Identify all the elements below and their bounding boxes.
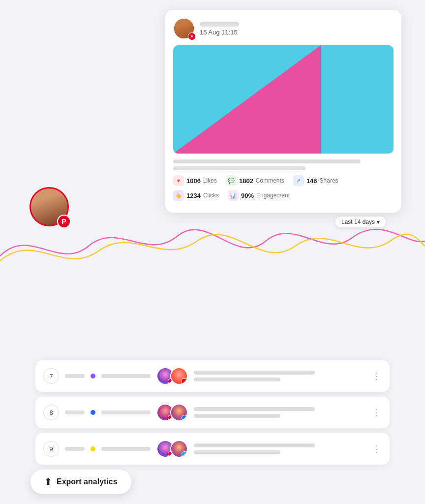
comments-count: 1802 (239, 177, 253, 185)
post-avatar-wrap: P (173, 18, 195, 39)
stat-shares: ↗ 146 Shares (293, 175, 338, 186)
export-analytics-button[interactable]: ⬆ Export analytics (30, 470, 131, 494)
date-badge-label: Last 14 days (341, 219, 375, 225)
post-image-bg (173, 45, 394, 154)
comments-icon: 💬 (226, 175, 237, 186)
row-placeholder-8b (101, 410, 151, 414)
row-number-9: 9 (43, 441, 59, 457)
twitter-social-icon-9b (182, 451, 187, 457)
text-line-2 (173, 166, 305, 170)
post-card: P 15 Aug 11:15 ♥ 1006 Likes 💬 (165, 10, 401, 213)
text-line-1 (173, 159, 361, 163)
likes-count: 1006 (186, 177, 201, 185)
shares-label: Shares (320, 177, 338, 184)
stat-clicks: 👆 1234 Clicks (173, 190, 219, 201)
likes-icon: ♥ (173, 175, 184, 186)
post-pinterest-badge: P (188, 32, 196, 40)
left-pinterest-badge: P (57, 215, 71, 228)
chevron-down-icon: ▾ (377, 219, 380, 225)
row-placeholder-9a (65, 447, 85, 451)
row-avatar-7b (170, 367, 188, 385)
post-text-lines (173, 159, 394, 170)
list-item: 8 ⋮ (35, 397, 390, 428)
engagement-label: Engagement (256, 192, 290, 199)
row-placeholder-7a (65, 374, 85, 378)
post-image-triangle (173, 45, 321, 154)
row-text-7a (194, 371, 315, 375)
clicks-count: 1234 (186, 192, 201, 199)
row-text-7b (194, 378, 280, 381)
row-content-7 (194, 371, 366, 381)
list-item: 7 ⋮ (35, 360, 390, 392)
likes-label: Likes (203, 177, 217, 184)
stat-engagement: 📊 90% Engagement (228, 190, 290, 201)
main-container: P 15 Aug 11:15 ♥ 1006 Likes 💬 (0, 0, 425, 504)
youtube-social-icon-7b (182, 378, 187, 384)
row-dot-7 (91, 374, 95, 378)
post-time: 15 Aug 11:15 (200, 29, 239, 36)
row-text-9b (194, 450, 280, 454)
row-content-8 (194, 407, 366, 418)
row-avatar-8b (170, 404, 188, 421)
row-content-9 (194, 443, 366, 454)
row-avatars-9 (156, 440, 188, 458)
row-avatars-7 (156, 367, 188, 385)
export-icon: ⬆ (44, 476, 52, 487)
stats-row-2: 👆 1234 Clicks 📊 90% Engagement (173, 190, 394, 201)
date-badge[interactable]: Last 14 days ▾ (335, 217, 386, 227)
comments-label: Comments (256, 177, 284, 184)
row-more-9[interactable]: ⋮ (372, 443, 382, 454)
row-dot-8 (91, 410, 95, 415)
post-meta: 15 Aug 11:15 (200, 22, 239, 36)
row-dot-9 (91, 446, 95, 451)
row-text-9a (194, 443, 315, 447)
post-header: P 15 Aug 11:15 (173, 18, 394, 39)
post-username-bar (200, 22, 239, 27)
clicks-label: Clicks (203, 192, 219, 199)
row-avatars-8 (156, 404, 188, 421)
export-label: Export analytics (57, 477, 118, 486)
clicks-icon: 👆 (173, 190, 184, 201)
row-avatar-9b (170, 440, 188, 458)
engagement-count: 90% (241, 192, 254, 199)
row-placeholder-8a (65, 410, 85, 414)
shares-icon: ↗ (293, 175, 304, 186)
stat-likes: ♥ 1006 Likes (173, 175, 217, 186)
row-number-8: 8 (43, 405, 59, 420)
shares-count: 146 (306, 177, 317, 185)
stat-comments: 💬 1802 Comments (226, 175, 284, 186)
row-text-8b (194, 414, 280, 418)
left-avatar: P (30, 187, 69, 226)
row-number-7: 7 (43, 368, 59, 384)
list-section: 7 ⋮ 8 (35, 360, 390, 465)
engagement-icon: 📊 (228, 190, 239, 201)
row-more-8[interactable]: ⋮ (372, 407, 382, 418)
post-image (173, 45, 394, 154)
stats-row-1: ♥ 1006 Likes 💬 1802 Comments ↗ 146 Share… (173, 175, 394, 186)
list-item: 9 ⋮ (35, 433, 390, 465)
row-more-7[interactable]: ⋮ (372, 371, 382, 381)
facebook-social-icon-8b (182, 415, 187, 421)
row-placeholder-9b (101, 447, 151, 451)
row-text-8a (194, 407, 315, 411)
row-placeholder-7b (101, 374, 151, 378)
